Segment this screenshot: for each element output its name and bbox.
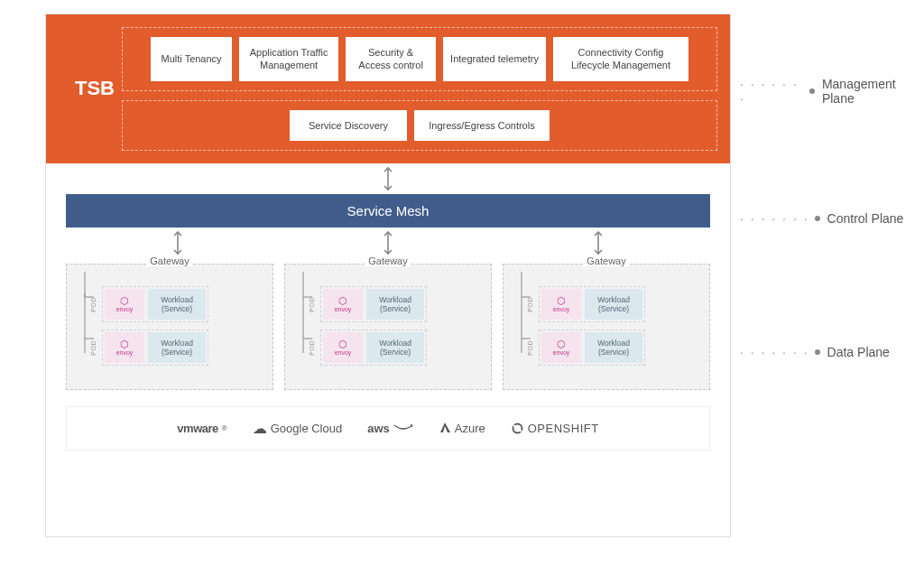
card-security: Security & Access control	[346, 37, 436, 81]
pod-border: ⬡envoy Workload (Service)	[320, 330, 427, 366]
architecture-diagram: TSB Multi Tenancy Application Traffic Ma…	[45, 14, 731, 537]
card-multi-tenancy: Multi Tenancy	[151, 37, 232, 81]
pod-border: ⬡envoy Workload (Service)	[102, 330, 208, 366]
azure-icon	[439, 422, 451, 434]
pod-label: POD	[527, 340, 533, 356]
pod-label: POD	[527, 297, 533, 312]
pod-2: POD ⬡envoy Workload (Service)	[527, 330, 700, 366]
envoy-sidecar: ⬡envoy	[323, 289, 363, 320]
envoy-sidecar: ⬡envoy	[541, 332, 581, 363]
arrow-gw-3	[592, 228, 605, 258]
bullet-icon	[815, 216, 820, 221]
card-discovery: Service Discovery	[290, 110, 407, 141]
bullet-icon	[809, 88, 815, 94]
leader-dots: · · · · · · ·	[740, 345, 809, 359]
card-telemetry: Integrated telemetry	[443, 37, 546, 81]
data-plane-gateways: Gateway POD ⬡envoy Workload (Service) PO…	[46, 264, 730, 390]
vendor-vmware: vmware®	[177, 422, 226, 435]
cloud-icon: ☁	[253, 420, 267, 437]
card-connectivity: Connectivity Config Lifecycle Management	[553, 37, 688, 81]
pod-label: POD	[90, 297, 97, 312]
pod-1: POD ⬡envoy Workload (Service)	[90, 286, 263, 322]
gateway-group-2: Gateway POD ⬡envoy Workload (Service) PO…	[284, 264, 492, 390]
gateway-label: Gateway	[583, 255, 629, 266]
annotation-data-plane: · · · · · · · Data Plane	[740, 345, 890, 359]
annotation-mgmt-plane: · · · · · · · Management Plane	[740, 77, 924, 106]
infrastructure-vendors: vmware® ☁ Google Cloud aws Azure OPENSHI…	[66, 406, 710, 451]
pod-2: POD ⬡envoy Workload (Service)	[90, 330, 263, 366]
workload-service: Workload (Service)	[585, 332, 642, 363]
pod-border: ⬡envoy Workload (Service)	[320, 286, 427, 322]
tsb-row-1: Multi Tenancy Application Traffic Manage…	[122, 27, 717, 91]
envoy-icon: ⬡	[557, 296, 566, 306]
tsb-title: TSB	[59, 77, 122, 100]
pod-border: ⬡envoy Workload (Service)	[539, 330, 645, 366]
arrows-mesh-to-gateways	[46, 228, 730, 258]
workload-service: Workload (Service)	[585, 289, 642, 320]
tsb-management-plane: TSB Multi Tenancy Application Traffic Ma…	[46, 14, 730, 163]
service-mesh-bar: Service Mesh	[66, 194, 710, 228]
vendor-openshift: OPENSHIFT	[511, 422, 599, 435]
pod-label: POD	[90, 340, 97, 356]
arrow-gw-1	[171, 228, 184, 258]
pod-2: POD ⬡envoy Workload (Service)	[309, 330, 482, 366]
pod-1: POD ⬡envoy Workload (Service)	[309, 286, 482, 322]
openshift-icon	[511, 422, 524, 435]
envoy-sidecar: ⬡envoy	[541, 289, 581, 320]
vendor-aws: aws	[367, 422, 413, 435]
vendor-google-cloud: ☁ Google Cloud	[253, 420, 343, 437]
pod-border: ⬡envoy Workload (Service)	[539, 286, 645, 322]
envoy-icon: ⬡	[557, 339, 566, 349]
gateway-label: Gateway	[365, 255, 411, 266]
card-app-traffic: Application Traffic Management	[239, 37, 338, 81]
annotation-ctrl-plane: · · · · · · · Control Plane	[740, 211, 903, 226]
leader-dots: · · · · · · ·	[740, 211, 809, 226]
gateway-group-3: Gateway POD ⬡envoy Workload (Service) PO…	[503, 264, 710, 390]
gateway-group-1: Gateway POD ⬡envoy Workload (Service) PO…	[66, 264, 273, 390]
workload-service: Workload (Service)	[148, 332, 206, 363]
workload-service: Workload (Service)	[366, 289, 424, 320]
envoy-sidecar: ⬡envoy	[105, 289, 144, 320]
envoy-sidecar: ⬡envoy	[323, 332, 363, 363]
workload-service: Workload (Service)	[366, 332, 424, 363]
pod-border: ⬡envoy Workload (Service)	[102, 286, 208, 322]
envoy-icon: ⬡	[120, 296, 129, 306]
card-ingress-egress: Ingress/Egress Controls	[414, 110, 550, 141]
pod-label: POD	[309, 340, 315, 356]
bullet-icon	[815, 349, 820, 355]
aws-smile-icon	[393, 423, 413, 432]
tsb-row-2: Service Discovery Ingress/Egress Control…	[122, 100, 717, 151]
tsb-feature-rows: Multi Tenancy Application Traffic Manage…	[122, 27, 717, 151]
pod-label: POD	[309, 297, 315, 312]
envoy-icon: ⬡	[120, 339, 129, 349]
arrow-mgmt-to-mesh	[46, 163, 730, 194]
gateway-label: Gateway	[146, 255, 192, 266]
vendor-azure: Azure	[439, 422, 485, 435]
leader-dots: · · · · · · ·	[740, 77, 804, 106]
workload-service: Workload (Service)	[148, 289, 206, 320]
envoy-icon: ⬡	[338, 339, 347, 349]
pod-1: POD ⬡envoy Workload (Service)	[527, 286, 700, 322]
arrow-gw-2	[382, 228, 394, 258]
envoy-sidecar: ⬡envoy	[105, 332, 144, 363]
envoy-icon: ⬡	[338, 296, 347, 306]
